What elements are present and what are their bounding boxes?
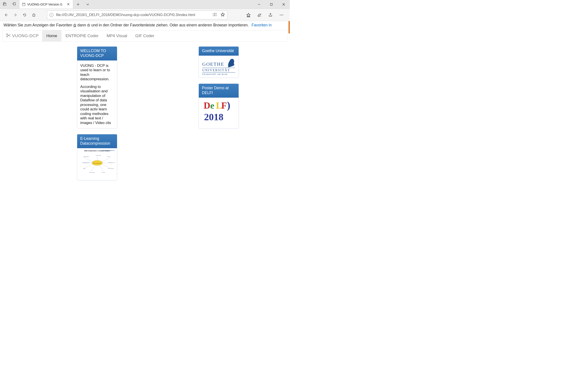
svg-text:Human being: Human being xyxy=(89,172,95,173)
favorites-star-list-icon xyxy=(73,24,76,27)
window-maximize-button[interactable] xyxy=(265,0,278,9)
svg-line-34 xyxy=(91,165,95,172)
goethe-city: FRANKFURT AM MAIN xyxy=(202,73,235,75)
fav-hint-text-3: und in den Ordner der Favoritenleiste zi… xyxy=(91,23,249,28)
delfi-paren: ) xyxy=(227,100,230,111)
set-aside-tabs-icon[interactable] xyxy=(3,2,7,7)
svg-point-21 xyxy=(282,14,283,15)
tab-title: VUONG-DCP Version 0. xyxy=(27,2,63,6)
home-button[interactable] xyxy=(30,11,38,19)
tab-actions xyxy=(73,0,93,9)
app-nav: VUONG-DCP Home ENTROPIE Coder MP4 Visual… xyxy=(2,30,288,41)
svg-line-28 xyxy=(7,34,10,36)
card-delfi-body: D e L F ) 2018 xyxy=(199,98,239,129)
refresh-button[interactable] xyxy=(20,11,29,19)
mindmap-corner-brand: GOETHE UNIVERSITÄT xyxy=(103,150,115,151)
tab-close-icon[interactable]: ✕ xyxy=(65,2,71,6)
browser-toolbar: i file:///D:/AV_2018/1_DELFI_2018/DEMO/v… xyxy=(0,9,290,21)
star-outline-icon xyxy=(87,24,90,27)
page-content: VUONG-DCP Home ENTROPIE Coder MP4 Visual… xyxy=(0,29,290,182)
more-icon[interactable] xyxy=(277,11,286,19)
svg-text:Sampling theorem: Sampling theorem xyxy=(82,162,90,163)
svg-rect-1 xyxy=(4,3,6,6)
svg-marker-14 xyxy=(221,13,224,16)
import-favorites-link[interactable]: Favoriten in xyxy=(252,23,272,28)
reading-view-icon[interactable] xyxy=(213,12,217,18)
svg-line-38 xyxy=(99,165,104,172)
address-bar[interactable]: i file:///D:/AV_2018/1_DELFI_2018/DEMO/v… xyxy=(47,11,227,19)
addr-right-icons xyxy=(213,12,225,18)
svg-line-35 xyxy=(102,157,110,162)
favorites-hub-icon[interactable] xyxy=(244,11,253,19)
scissors-icon xyxy=(6,33,11,39)
mindmap-diagram: GOETHE UNIVERSITÄT Data compression: a c… xyxy=(80,150,115,178)
content-column-1: WELLCOM TO VUONG-DCP VUONG - DCP is used… xyxy=(77,46,149,180)
svg-marker-22 xyxy=(73,24,76,26)
tab-aside-buttons xyxy=(0,0,19,9)
svg-text:Data compression: Data compression xyxy=(93,163,101,164)
svg-point-19 xyxy=(280,14,280,15)
svg-marker-15 xyxy=(247,13,250,17)
delfi-year: 2018 xyxy=(204,112,223,122)
svg-rect-2 xyxy=(13,3,15,5)
svg-text:Code methods: Code methods xyxy=(108,168,114,169)
window-close-button[interactable] xyxy=(278,0,290,9)
notes-icon[interactable] xyxy=(255,11,264,19)
svg-marker-24 xyxy=(87,24,90,26)
brand[interactable]: VUONG-DCP xyxy=(2,30,42,41)
window-minimize-button[interactable] xyxy=(253,0,265,9)
share-icon[interactable] xyxy=(266,11,275,19)
svg-rect-8 xyxy=(270,3,272,5)
show-aside-tabs-icon[interactable] xyxy=(12,2,16,7)
window-titlebar: VUONG-DCP Version 0. ✕ xyxy=(0,0,290,9)
welcome-p1: VUONG - DCP is used to learn or to teach… xyxy=(80,64,114,82)
page-icon xyxy=(22,3,26,6)
card-delfi-header: Poster Demo at DELFI xyxy=(199,84,239,98)
content-grid: WELLCOM TO VUONG-DCP VUONG - DCP is used… xyxy=(77,46,290,180)
new-tab-button[interactable] xyxy=(73,0,83,9)
card-welcome-body: VUONG - DCP is used to learn or to teach… xyxy=(77,61,117,128)
goethe-word: GOETHE xyxy=(202,61,224,67)
goethe-silhouette-icon xyxy=(226,58,235,67)
content-column-3: Goethe Universität GOETHE UNIVERSITÄT FR… xyxy=(199,46,290,180)
delfi-f: F xyxy=(221,101,227,110)
card-goethe-body: GOETHE UNIVERSITÄT FRANKFURT AM MAIN xyxy=(199,56,239,78)
svg-text:Information theory: Information theory xyxy=(109,162,115,163)
card-welcome: WELLCOM TO VUONG-DCP VUONG - DCP is used… xyxy=(77,46,117,128)
tab-home[interactable]: Home xyxy=(42,30,61,41)
tab-dropdown-button[interactable] xyxy=(83,0,93,9)
svg-text:Digital Signal: Digital Signal xyxy=(84,156,89,157)
fav-hint-text-1: Wählen Sie zum Anzeigen der Favoriten xyxy=(3,23,72,28)
card-goethe-header: Goethe Universität xyxy=(199,47,239,56)
card-elearning: E-Learning Datacompression GOETHE UNIVER… xyxy=(77,134,117,180)
card-delfi: Poster Demo at DELFI D e L F ) 2018 xyxy=(199,84,239,129)
tab-gif-coder[interactable]: GIF Coder xyxy=(131,30,158,41)
card-welcome-header: WELLCOM TO VUONG-DCP xyxy=(77,47,117,61)
svg-line-27 xyxy=(7,35,10,36)
svg-point-20 xyxy=(281,14,282,15)
delfi-d: D xyxy=(204,101,210,110)
card-elearning-header: E-Learning Datacompression xyxy=(77,134,117,148)
back-button[interactable] xyxy=(2,11,11,19)
svg-text:Lossless: Lossless xyxy=(102,172,105,173)
browser-tab[interactable]: VUONG-DCP Version 0. ✕ xyxy=(19,0,73,9)
window-controls xyxy=(253,0,290,9)
brand-label: VUONG-DCP xyxy=(12,34,39,38)
svg-line-31 xyxy=(84,157,92,162)
tab-entropie-coder[interactable]: ENTROPIE Coder xyxy=(61,30,103,41)
tab-mp4-visual[interactable]: MP4 Visual xyxy=(103,30,131,41)
svg-text:Quantization: Quantization xyxy=(96,155,101,156)
svg-rect-3 xyxy=(22,3,25,6)
card-elearning-body: GOETHE UNIVERSITÄT Data compression: a c… xyxy=(77,148,117,180)
card-goethe: Goethe Universität GOETHE UNIVERSITÄT FR… xyxy=(199,46,239,78)
favorites-hint-bar: Wählen Sie zum Anzeigen der Favoriten da… xyxy=(0,21,290,29)
forward-button[interactable] xyxy=(11,11,20,19)
favorite-star-icon[interactable] xyxy=(220,12,225,18)
delfi-e: e xyxy=(210,101,215,110)
delfi-logo: D e L F ) 2018 xyxy=(202,99,235,127)
svg-text:Source: Source xyxy=(107,156,110,157)
site-info-icon[interactable]: i xyxy=(49,13,53,17)
svg-line-33 xyxy=(84,164,92,168)
welcome-p2: According to visualisation and manipulat… xyxy=(80,85,114,125)
fav-hint-text-2: dann xyxy=(77,23,86,28)
